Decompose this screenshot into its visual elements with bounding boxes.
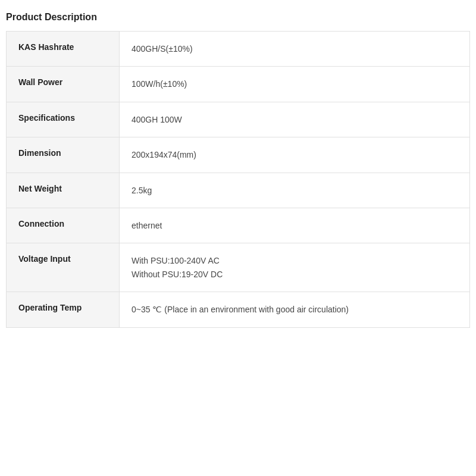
spec-value: 400GH 100W	[120, 102, 470, 137]
spec-value: 100W/h(±10%)	[120, 67, 470, 102]
table-row: Wall Power100W/h(±10%)	[7, 67, 470, 102]
table-row: Specifications400GH 100W	[7, 102, 470, 137]
spec-label: Wall Power	[7, 67, 120, 102]
table-row: Net Weight2.5kg	[7, 173, 470, 208]
spec-value: 400GH/S(±10%)	[120, 32, 470, 67]
table-row: KAS Hashrate400GH/S(±10%)	[7, 32, 470, 67]
spec-value-line: 100W/h(±10%)	[131, 77, 458, 90]
spec-label: Dimension	[7, 137, 120, 173]
spec-value-line: 400GH/S(±10%)	[131, 42, 458, 55]
spec-value: 0~35 ℃ (Place in an environment with goo…	[120, 292, 470, 327]
spec-value-line: 0~35 ℃ (Place in an environment with goo…	[131, 303, 458, 316]
spec-value: 200x194x74(mm)	[120, 137, 470, 173]
spec-label: Connection	[7, 208, 120, 243]
spec-value-line: Without PSU:19-20V DC	[131, 268, 458, 281]
table-row: Dimension200x194x74(mm)	[7, 137, 470, 173]
spec-value: 2.5kg	[120, 173, 470, 208]
table-row: Voltage InputWith PSU:100-240V ACWithout…	[7, 243, 470, 292]
spec-label: Voltage Input	[7, 243, 120, 292]
spec-value-line: 200x194x74(mm)	[131, 148, 458, 161]
spec-label: KAS Hashrate	[7, 32, 120, 67]
table-row: Connectionethernet	[7, 208, 470, 243]
spec-table: KAS Hashrate400GH/S(±10%)Wall Power100W/…	[6, 31, 470, 328]
spec-value: With PSU:100-240V ACWithout PSU:19-20V D…	[120, 243, 470, 292]
spec-value-line: With PSU:100-240V AC	[131, 254, 458, 267]
spec-value-line: 400GH 100W	[131, 113, 458, 126]
spec-value-line: ethernet	[131, 219, 458, 232]
spec-value: ethernet	[120, 208, 470, 243]
page-title: Product Description	[6, 12, 470, 23]
table-row: Operating Temp0~35 ℃ (Place in an enviro…	[7, 292, 470, 327]
spec-label: Specifications	[7, 102, 120, 137]
spec-value-line: 2.5kg	[131, 184, 458, 197]
spec-label: Operating Temp	[7, 292, 120, 327]
spec-label: Net Weight	[7, 173, 120, 208]
